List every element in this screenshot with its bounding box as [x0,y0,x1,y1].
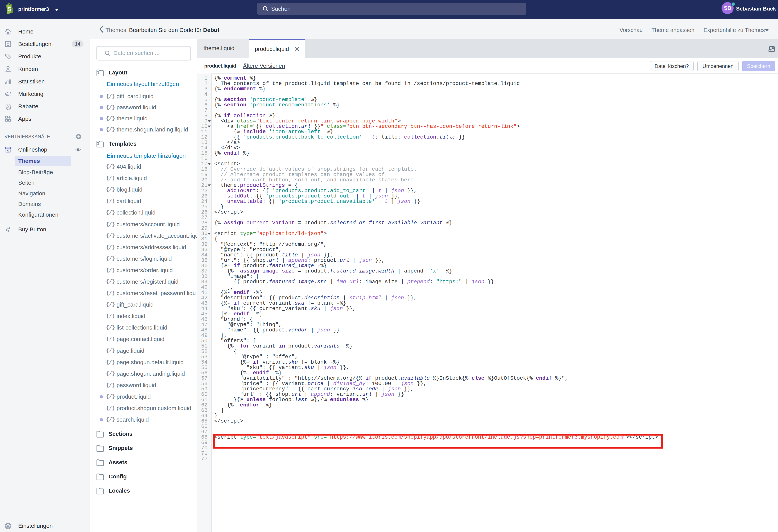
svg-text:S: S [7,6,12,12]
